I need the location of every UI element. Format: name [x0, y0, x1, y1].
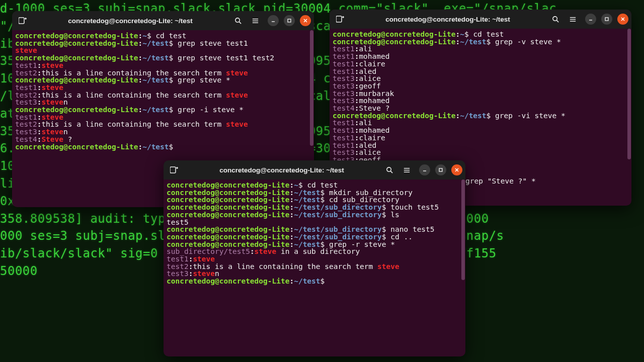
svg-point-3 [235, 18, 239, 22]
window-title: concretedog@concretedog-Lite: ~/test [350, 16, 546, 23]
svg-rect-12 [336, 16, 342, 22]
new-tab-button[interactable] [167, 163, 182, 177]
hamburger-icon[interactable] [248, 14, 263, 28]
close-button[interactable] [617, 14, 628, 25]
hamburger-icon[interactable] [399, 163, 414, 177]
svg-rect-21 [605, 18, 608, 21]
titlebar[interactable]: concretedog@concretedog-Lite: ~/test [164, 160, 465, 179]
minimize-button[interactable] [268, 15, 279, 26]
titlebar[interactable]: concretedog@concretedog-Lite: ~/test [330, 10, 631, 29]
search-icon[interactable] [548, 12, 563, 26]
svg-rect-0 [19, 18, 24, 24]
window-title: concretedog@concretedog-Lite: ~/test [184, 166, 380, 174]
minimize-button[interactable] [585, 14, 596, 25]
minimize-button[interactable] [419, 164, 430, 175]
svg-rect-33 [439, 168, 442, 171]
maximize-button[interactable] [284, 15, 295, 26]
terminal-2-tail: grep "Steve ?" * [465, 177, 536, 185]
svg-point-15 [552, 16, 556, 20]
close-button[interactable] [451, 164, 462, 175]
search-icon[interactable] [230, 14, 246, 28]
titlebar[interactable]: concretedog@concretedog-Lite: ~/test [12, 11, 314, 30]
scrollbar[interactable] [627, 29, 631, 159]
svg-line-16 [556, 20, 558, 22]
window-title: concretedog@concretedog-Lite: ~/test [32, 17, 228, 25]
new-tab-button[interactable] [333, 12, 348, 26]
hamburger-icon[interactable] [565, 12, 580, 26]
svg-rect-9 [288, 19, 291, 22]
scrollbar[interactable] [310, 30, 313, 146]
maximize-button[interactable] [601, 14, 612, 25]
search-icon[interactable] [382, 163, 397, 177]
svg-point-27 [386, 167, 390, 171]
svg-line-4 [239, 22, 241, 24]
svg-line-28 [390, 171, 392, 173]
terminal-content[interactable]: concretedog@concretedog-Lite:~$ cd testc… [164, 179, 465, 356]
close-button[interactable] [300, 15, 311, 26]
terminal-window-3: concretedog@concretedog-Lite: ~/test con… [164, 160, 465, 356]
maximize-button[interactable] [435, 164, 446, 175]
new-tab-button[interactable] [15, 14, 30, 28]
svg-rect-24 [170, 167, 176, 173]
scrollbar[interactable] [461, 179, 465, 280]
